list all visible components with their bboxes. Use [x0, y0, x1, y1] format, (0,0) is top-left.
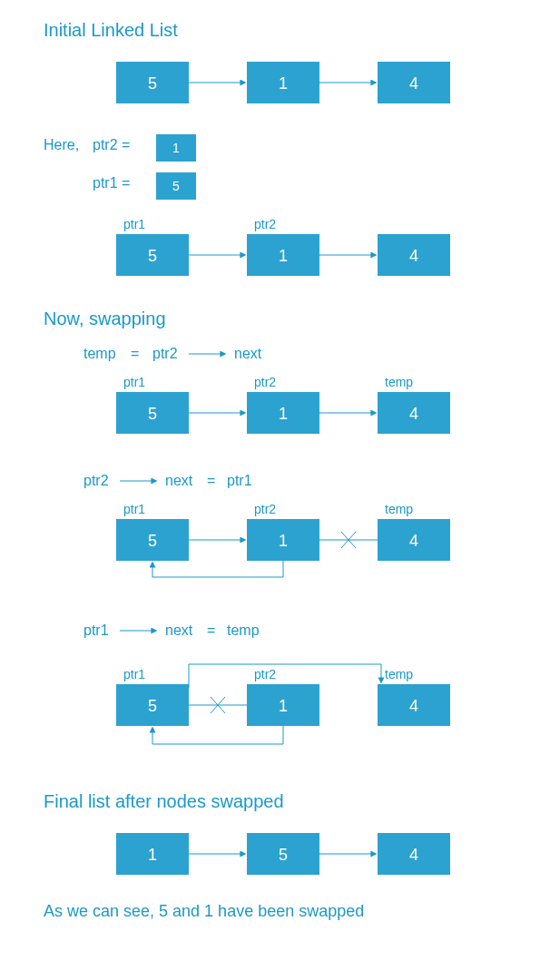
node-value: 4 [409, 697, 418, 715]
node-value: 5 [148, 247, 157, 265]
text-ptr2: ptr2 [83, 473, 109, 488]
text-ptr1: ptr1 [83, 622, 109, 638]
step1-list: ptr1 ptr2 temp 5 1 4 [116, 375, 450, 434]
text-temp: temp [83, 346, 116, 361]
node-value: 1 [279, 697, 288, 715]
step2-expr: ptr2 next = ptr1 [83, 473, 252, 488]
conclusion-text: As we can see, 5 and 1 have been swapped [44, 902, 364, 920]
node-value: 5 [148, 697, 157, 715]
text-next: next [234, 346, 262, 361]
heading-final: Final list after nodes swapped [44, 791, 284, 811]
node-value: 1 [279, 74, 288, 93]
heading-now-swapping: Now, swapping [44, 309, 166, 328]
back-arrow-icon [152, 726, 283, 744]
text-ptr2eq: ptr2 = [93, 137, 130, 152]
node-value: 4 [409, 405, 418, 423]
final-list: 1 5 4 [116, 833, 450, 875]
node-value: 4 [409, 247, 418, 265]
node-value: 5 [172, 179, 180, 193]
text-eq: = [131, 346, 139, 361]
label-temp: temp [385, 667, 413, 681]
node-value: 1 [148, 846, 157, 864]
node-value: 1 [279, 247, 288, 265]
label-ptr2: ptr2 [254, 502, 276, 516]
step1-expr: temp = ptr2 next [83, 346, 262, 361]
label-ptr1: ptr1 [123, 375, 145, 389]
label-ptr1: ptr1 [123, 217, 145, 231]
node-value: 1 [172, 141, 180, 155]
node-value: 5 [279, 846, 288, 864]
initial-list: 5 1 4 [116, 62, 450, 103]
node-value: 4 [409, 532, 418, 550]
text-ptr1eq: ptr1 = [93, 175, 130, 191]
text-ptr1: ptr1 [227, 473, 252, 488]
step3-expr: ptr1 next = temp [83, 622, 260, 638]
text-eq: = [207, 473, 215, 488]
label-ptr1: ptr1 [123, 667, 145, 681]
heading-initial: Initial Linked List [44, 20, 178, 40]
node-value: 4 [409, 74, 418, 93]
back-arrow-icon [152, 561, 283, 577]
text-next: next [165, 622, 193, 638]
node-value: 5 [148, 405, 157, 423]
labeled-list: ptr1 ptr2 5 1 4 [116, 217, 450, 276]
node-value: 5 [148, 532, 157, 550]
node-value: 5 [148, 74, 157, 93]
diagram-canvas: Initial Linked List 5 1 4 Here, ptr2 = 1… [0, 0, 540, 980]
step2-list: ptr1 ptr2 temp 5 1 4 [116, 502, 450, 577]
label-ptr2: ptr2 [254, 375, 276, 389]
label-temp: temp [385, 375, 413, 389]
label-temp: temp [385, 502, 413, 516]
text-here: Here, [44, 137, 79, 152]
text-ptr2: ptr2 [152, 346, 178, 361]
step3-list: ptr1 ptr2 temp 5 1 4 [116, 664, 450, 744]
text-next: next [165, 473, 193, 488]
text-eq: = [207, 622, 215, 638]
text-temp: temp [227, 622, 260, 638]
node-value: 1 [279, 405, 288, 423]
label-ptr1: ptr1 [123, 502, 145, 516]
label-ptr2: ptr2 [254, 217, 276, 231]
node-value: 1 [279, 532, 288, 550]
node-value: 4 [409, 846, 418, 864]
label-ptr2: ptr2 [254, 667, 276, 681]
